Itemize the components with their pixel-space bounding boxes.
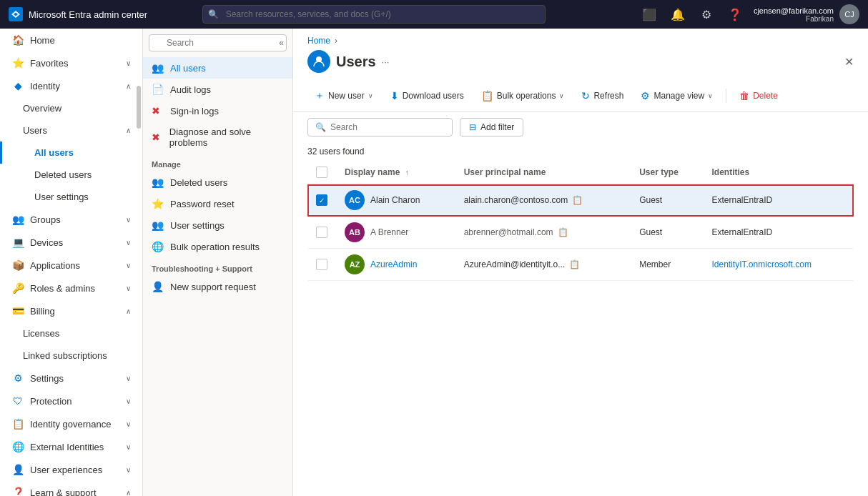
users-page-icon <box>307 50 330 73</box>
copy-upn-icon[interactable]: 📋 <box>558 227 568 237</box>
left-panel-search-input[interactable] <box>149 34 287 51</box>
main-panel: Home › Users ··· ✕ ＋ New user <box>293 29 868 496</box>
devices-icon: 💻 <box>11 237 24 248</box>
left-panel-item-bulk-results[interactable]: 🌐 Bulk operation results <box>143 236 292 257</box>
bulk-operations-button[interactable]: 📋 Bulk operations ∨ <box>474 86 572 105</box>
sidebar-item-user-experiences[interactable]: 👤 User experiences ∨ <box>0 458 142 481</box>
sort-icon: ↑ <box>405 169 409 177</box>
user-profile[interactable]: cjensen@fabrikan.com Fabrikan CJ <box>754 4 859 24</box>
sidebar-item-identity[interactable]: ◆ Identity ∧ <box>0 74 142 97</box>
identity-value[interactable]: IdentityIT.onmicrosoft.com <box>712 259 812 269</box>
copy-upn-icon[interactable]: 📋 <box>572 195 583 205</box>
notifications-bell[interactable]: 🔔 <box>668 4 688 24</box>
sidebar-item-billing[interactable]: 💳 Billing ∧ <box>0 299 142 322</box>
global-search-input[interactable] <box>202 5 546 24</box>
collapse-panel-button[interactable]: « <box>279 38 284 48</box>
add-filter-button[interactable]: ⊟ Add filter <box>460 118 523 137</box>
col-display-name[interactable]: Display name ↑ <box>336 161 455 184</box>
left-panel-item-sign-in-logs[interactable]: ✖ Sign-in logs <box>143 100 292 121</box>
settings-icon: ⚙ <box>11 372 24 384</box>
sidebar-item-identity-governance[interactable]: 📋 Identity governance ∨ <box>0 412 142 435</box>
left-panel-item-deleted-users[interactable]: 👥 Deleted users <box>143 172 292 193</box>
row-checkbox-cell-2 <box>307 249 336 281</box>
sidebar-item-protection[interactable]: 🛡 Protection ∨ <box>0 390 142 412</box>
bulk-results-icon: 🌐 <box>152 241 164 252</box>
col-identities[interactable]: Identities <box>704 161 854 184</box>
identity-governance-icon: 📋 <box>11 418 24 430</box>
sidebar-item-linked-subscriptions[interactable]: Linked subscriptions <box>0 344 142 367</box>
left-panel-label-bulk-results: Bulk operation results <box>170 242 260 252</box>
sidebar-label-overview: Overview <box>23 103 61 114</box>
user-name[interactable]: A Brenner <box>370 227 408 237</box>
diagnose-icon: ✖ <box>152 132 164 143</box>
roles-icon: 🔑 <box>11 282 24 294</box>
left-panel-label-all-users: All users <box>170 63 206 74</box>
sidebar-item-overview[interactable]: Overview <box>0 97 142 119</box>
left-panel-item-password-reset[interactable]: ⭐ Password reset <box>143 193 292 214</box>
refresh-button[interactable]: ↻ Refresh <box>574 86 631 105</box>
sidebar-item-user-settings[interactable]: User settings <box>0 186 142 208</box>
row-user-type-1: Guest <box>631 217 703 249</box>
new-support-icon: 👤 <box>152 281 164 292</box>
row-checkbox-2[interactable] <box>316 259 327 270</box>
left-panel-item-audit-logs[interactable]: 📄 Audit logs <box>143 79 292 100</box>
table-row: ✓ACAlain Charonalain.charon@contoso.com📋… <box>307 184 854 217</box>
user-name[interactable]: Alain Charon <box>370 195 420 205</box>
help-button[interactable]: ❓ <box>725 4 745 24</box>
notifications-button[interactable]: ⬛ <box>639 4 659 24</box>
sidebar-item-groups[interactable]: 👥 Groups ∨ <box>0 208 142 231</box>
page-options-button[interactable]: ··· <box>382 56 390 67</box>
left-panel-item-all-users[interactable]: 👥 All users <box>143 57 292 79</box>
sidebar-item-applications[interactable]: 📦 Applications ∨ <box>0 254 142 277</box>
row-checkbox-0[interactable]: ✓ <box>316 194 327 206</box>
sidebar-item-external-identities[interactable]: 🌐 External Identities ∨ <box>0 435 142 458</box>
row-checkbox-1[interactable] <box>316 227 327 238</box>
devices-chevron: ∨ <box>126 239 131 247</box>
identity-value: ExternalEntraID <box>712 195 773 205</box>
sidebar-label-users: Users <box>23 125 47 136</box>
left-panel-label-user-settings: User settings <box>170 220 225 231</box>
col-upn[interactable]: User principal name <box>455 161 631 184</box>
sidebar-item-learn-support[interactable]: ❓ Learn & support ∧ <box>0 481 142 496</box>
col-user-type[interactable]: User type <box>631 161 703 184</box>
sidebar-item-favorites[interactable]: ⭐ Favorites ∨ <box>0 51 142 74</box>
left-panel-item-user-settings-manage[interactable]: 👥 User settings <box>143 214 292 236</box>
toolbar-divider <box>726 89 726 103</box>
table-search-input[interactable] <box>330 122 445 132</box>
sidebar-item-home[interactable]: 🏠 Home <box>0 29 142 51</box>
user-avatar-sm: AB <box>345 222 365 242</box>
sidebar-label-groups: Groups <box>30 214 61 225</box>
download-users-button[interactable]: ⬇ Download users <box>383 86 471 105</box>
user-avatar-sm: AC <box>345 190 365 210</box>
row-identities-0: ExternalEntraID <box>704 184 854 217</box>
user-experiences-icon: 👤 <box>11 464 24 475</box>
close-panel-button[interactable]: ✕ <box>844 55 854 69</box>
sidebar-item-deleted-users[interactable]: Deleted users <box>0 164 142 186</box>
global-search[interactable]: 🔍 <box>202 5 546 24</box>
sidebar-item-licenses[interactable]: Licenses <box>0 322 142 344</box>
password-reset-icon: ⭐ <box>152 198 164 209</box>
new-user-button[interactable]: ＋ New user ∨ <box>307 86 380 106</box>
sidebar-item-all-users[interactable]: All users <box>0 142 142 164</box>
favorites-chevron: ∨ <box>126 59 131 67</box>
content-area: 🔍 « 👥 All users 📄 Audit logs ✖ Sign-in l… <box>143 29 868 496</box>
user-name[interactable]: AzureAdmin <box>370 259 417 269</box>
download-icon: ⬇ <box>390 90 399 101</box>
breadcrumb-home[interactable]: Home <box>307 36 330 46</box>
sidebar-label-external-identities: External Identities <box>30 442 104 452</box>
left-panel-item-new-support[interactable]: 👤 New support request <box>143 276 292 297</box>
left-panel-item-diagnose[interactable]: ✖ Diagnose and solve problems <box>143 121 292 153</box>
audit-logs-icon: 📄 <box>152 84 164 95</box>
copy-upn-icon[interactable]: 📋 <box>569 259 580 269</box>
select-all-checkbox[interactable] <box>316 167 327 178</box>
users-icon <box>312 55 325 68</box>
left-panel: 🔍 « 👥 All users 📄 Audit logs ✖ Sign-in l… <box>143 29 293 496</box>
manage-view-button[interactable]: ⚙ Manage view ∨ <box>633 86 720 105</box>
settings-button[interactable]: ⚙ <box>696 4 716 24</box>
sidebar-item-settings[interactable]: ⚙ Settings ∨ <box>0 367 142 390</box>
select-all-header[interactable] <box>307 161 336 184</box>
sidebar-item-roles[interactable]: 🔑 Roles & admins ∨ <box>0 277 142 299</box>
sidebar-item-devices[interactable]: 💻 Devices ∨ <box>0 231 142 254</box>
delete-button[interactable]: 🗑 Delete <box>732 86 785 105</box>
sidebar-item-users[interactable]: Users ∧ <box>0 119 142 142</box>
